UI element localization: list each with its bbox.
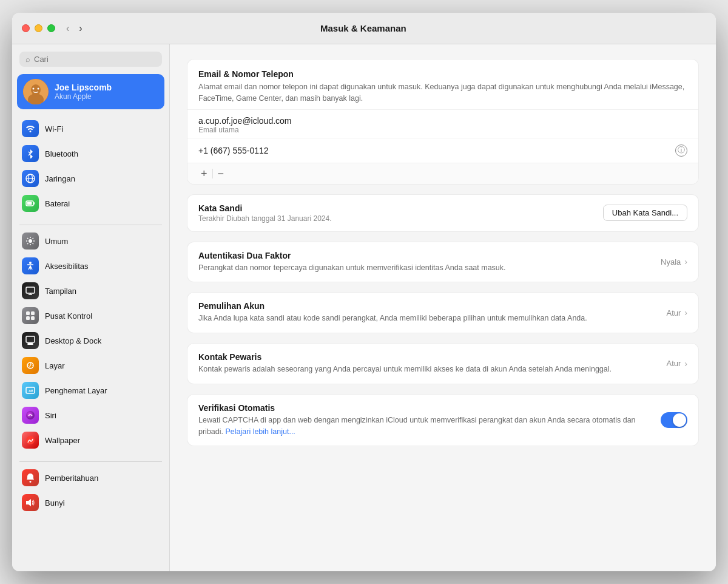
svg-point-28 xyxy=(30,481,32,483)
sidebar-item-siri[interactable]: Siri xyxy=(17,403,164,427)
auto-verify-section: Verifikasi Otomatis Lewati CAPTCHA di ap… xyxy=(187,394,699,447)
sidebar-item-sound[interactable]: Bunyi xyxy=(17,491,164,515)
learn-more-link[interactable]: Pelajari lebih lanjut... xyxy=(225,427,295,436)
sidebar-item-controlcenter[interactable]: Pusat Kontrol xyxy=(17,304,164,328)
sidebar-item-accessibility[interactable]: Aksesibilitas xyxy=(17,254,164,278)
back-button[interactable]: ‹ xyxy=(62,22,73,35)
email-label: Email utama xyxy=(198,126,687,134)
nav-arrows: ‹ › xyxy=(62,22,86,35)
account-recovery-chevron: › xyxy=(684,308,687,317)
password-row: Kata Sandi Terakhir Diubah tanggal 31 Ja… xyxy=(187,195,698,231)
sidebar-item-label: Jaringan xyxy=(45,174,75,183)
auto-verify-toggle[interactable] xyxy=(661,412,687,428)
account-recovery-right: Atur › xyxy=(666,308,687,317)
remove-button[interactable]: − xyxy=(213,167,229,180)
sidebar-item-label: Bunyi xyxy=(45,498,65,508)
auto-verify-left: Verifikasi Otomatis Lewati CAPTCHA di ap… xyxy=(198,403,661,438)
password-subtitle: Terakhir Diubah tanggal 31 Januari 2024. xyxy=(198,214,331,223)
forward-button[interactable]: › xyxy=(75,22,86,35)
notifications-icon xyxy=(22,469,39,486)
two-factor-row[interactable]: Autentikasi Dua Faktor Perangkat dan nom… xyxy=(187,242,698,282)
battery-icon xyxy=(22,195,39,212)
accessibility-icon xyxy=(22,257,39,274)
two-factor-section: Autentikasi Dua Faktor Perangkat dan nom… xyxy=(187,242,699,283)
legacy-contact-row[interactable]: Kontak Pewaris Kontak pewaris adalah ses… xyxy=(187,344,698,384)
controlcenter-icon xyxy=(22,307,39,324)
sidebar-item-label: Baterai xyxy=(45,199,70,208)
account-recovery-row[interactable]: Pemulihan Akun Jika Anda lupa kata sandi… xyxy=(187,293,698,333)
email-value: a.cup.of.joe@icloud.com xyxy=(198,116,687,126)
sound-icon xyxy=(22,494,39,511)
sidebar-item-bluetooth[interactable]: Bluetooth xyxy=(17,141,164,166)
svg-rect-9 xyxy=(33,202,35,205)
add-button[interactable]: + xyxy=(196,167,212,180)
sidebar: ⌕ xyxy=(12,44,170,571)
sidebar-item-layar[interactable]: Layar xyxy=(17,353,164,378)
divider-2 xyxy=(19,461,162,462)
sidebar-item-label: Bluetooth xyxy=(45,149,78,158)
sidebar-item-display[interactable]: Tampilan xyxy=(17,279,164,303)
sidebar-item-notifications[interactable]: Pemberitahuan xyxy=(17,466,164,490)
svg-rect-10 xyxy=(27,202,32,205)
user-info: Joe Lipscomb Akun Apple xyxy=(55,83,158,101)
search-input-wrap[interactable]: ⌕ xyxy=(19,52,162,67)
sidebar-item-network[interactable]: Jaringan xyxy=(17,166,164,191)
legacy-contact-status: Atur xyxy=(666,359,681,368)
title-bar: ‹ › Masuk & Keamanan xyxy=(12,13,716,44)
close-button[interactable] xyxy=(22,24,30,32)
password-title: Kata Sandi xyxy=(198,203,331,213)
legacy-contact-desc: Kontak pewaris adalah seseorang yang And… xyxy=(198,364,659,375)
svg-rect-20 xyxy=(26,336,35,342)
svg-point-12 xyxy=(29,262,32,264)
two-factor-status: Nyala xyxy=(661,257,681,267)
maximize-button[interactable] xyxy=(47,24,55,32)
legacy-contact-right: Atur › xyxy=(666,359,687,368)
account-recovery-left: Pemulihan Akun Jika Anda lupa kata sandi… xyxy=(198,301,666,324)
two-factor-title: Autentikasi Dua Faktor xyxy=(198,251,653,260)
sidebar-item-wifi[interactable]: Wi-Fi xyxy=(17,117,164,141)
email-section-desc: Alamat email dan nomor telepon ini dapat… xyxy=(198,81,687,104)
account-recovery-status: Atur xyxy=(666,308,681,317)
svg-rect-16 xyxy=(26,311,30,315)
account-recovery-section: Pemulihan Akun Jika Anda lupa kata sandi… xyxy=(187,292,699,333)
sidebar-item-desktopanddock[interactable]: Desktop & Dock xyxy=(17,328,164,353)
account-recovery-title: Pemulihan Akun xyxy=(198,301,659,311)
minimize-button[interactable] xyxy=(35,24,42,32)
detail-pane: Email & Nomor Telepon Alamat email dan n… xyxy=(170,44,716,571)
sidebar-item-label: Pemberitahuan xyxy=(45,474,98,483)
sidebar-item-label: Umum xyxy=(45,237,68,246)
siri-icon xyxy=(22,407,39,424)
sidebar-item-wallpaper[interactable]: Wallpaper xyxy=(17,428,164,452)
page-title: Masuk & Keamanan xyxy=(93,23,633,33)
sidebar-item-battery[interactable]: Baterai xyxy=(17,191,164,216)
app-window: ‹ › Masuk & Keamanan ⌕ xyxy=(12,13,716,571)
sidebar-section-2: Umum Aksesibilitas xyxy=(12,229,169,458)
legacy-contact-section: Kontak Pewaris Kontak pewaris adalah ses… xyxy=(187,343,699,384)
search-bar: ⌕ xyxy=(12,44,169,72)
add-remove-row: + − xyxy=(187,163,698,184)
avatar-image xyxy=(23,79,49,104)
legacy-contact-left: Kontak Pewaris Kontak pewaris adalah ses… xyxy=(198,352,666,375)
sidebar-item-screensaver[interactable]: Penghemat Layar xyxy=(17,378,164,402)
change-password-button[interactable]: Ubah Kata Sandi... xyxy=(603,205,687,221)
svg-rect-18 xyxy=(26,316,30,320)
svg-rect-21 xyxy=(27,343,33,345)
sidebar-item-label: Penghemat Layar xyxy=(45,386,107,395)
main-content: ⌕ xyxy=(12,44,716,571)
user-subtitle: Akun Apple xyxy=(55,92,158,101)
svg-point-11 xyxy=(29,239,32,243)
search-icon: ⌕ xyxy=(25,55,30,64)
wifi-icon xyxy=(22,120,39,137)
phone-info-icon[interactable]: ⓘ xyxy=(675,144,687,157)
sidebar-item-general[interactable]: Umum xyxy=(17,229,164,253)
legacy-contact-chevron: › xyxy=(684,359,687,368)
two-factor-chevron: › xyxy=(684,257,687,267)
auto-verify-title: Verifikasi Otomatis xyxy=(198,403,653,413)
auto-verify-row: Verifikasi Otomatis Lewati CAPTCHA di ap… xyxy=(187,395,698,446)
search-input[interactable] xyxy=(34,55,156,64)
user-profile[interactable]: Joe Lipscomb Akun Apple xyxy=(17,74,164,109)
two-factor-left: Autentikasi Dua Faktor Perangkat dan nom… xyxy=(198,251,661,274)
sidebar-item-label: Tampilan xyxy=(45,287,76,296)
sidebar-section-3: Pemberitahuan Bunyi xyxy=(12,466,169,520)
traffic-lights xyxy=(22,24,55,32)
